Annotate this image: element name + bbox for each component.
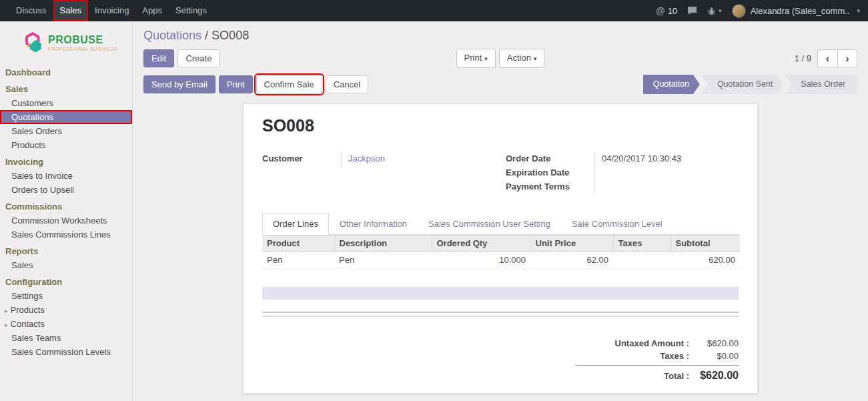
statusbar: Quotation Quotation Sent Sales Order [643, 75, 857, 94]
top-menu: Discuss Sales Invoicing Apps Settings [0, 0, 213, 21]
payment-terms-value [594, 180, 739, 194]
total-value: $620.00 [689, 370, 739, 382]
main-area: PROBUSE PROFESSIONAL BUSINESS Dashboard … [0, 21, 868, 401]
caret-down-icon: ▾ [484, 55, 488, 62]
separator-line [262, 312, 739, 313]
breadcrumb-current: SO008 [211, 29, 249, 42]
topbar-systray: @ 10 ▾ Alexandra (Sales_comm.. ▾ [656, 0, 868, 21]
pager-previous-button[interactable]: ‹ [817, 49, 837, 67]
edit-button[interactable]: Edit [143, 49, 174, 67]
sidebar-heading-sales[interactable]: Sales [0, 79, 132, 96]
sidebar-heading-dashboard[interactable]: Dashboard [0, 63, 132, 79]
control-panel-left: Edit Create [143, 49, 456, 67]
print-dropdown[interactable]: Print▾ [456, 49, 496, 68]
sidebar-item-label: Products [11, 305, 45, 315]
document-title: SO008 [262, 116, 739, 135]
taxes-value: $0.00 [689, 351, 739, 361]
sidebar-heading-configuration[interactable]: Configuration [0, 272, 132, 289]
sidebar: PROBUSE PROFESSIONAL BUSINESS Dashboard … [0, 21, 133, 401]
bug-icon [707, 7, 716, 15]
control-panel-center: Print▾ Action▾ [456, 49, 545, 68]
sidebar-item-sales-teams[interactable]: Sales Teams [0, 331, 132, 345]
control-panel: Edit Create Print▾ Action▾ 1 / 9 ‹ › [143, 49, 857, 68]
messages-icon[interactable] [687, 6, 697, 15]
menu-sales[interactable]: Sales [53, 0, 89, 21]
tab-sales-commission-user-setting[interactable]: Sales Commission User Setting [418, 213, 561, 235]
sidebar-heading-commissions[interactable]: Commissions [0, 197, 132, 214]
action-dropdown[interactable]: Action▾ [499, 49, 545, 68]
menu-apps[interactable]: Apps [135, 0, 169, 21]
cell-taxes [613, 252, 671, 269]
print-button[interactable]: Print [219, 75, 253, 93]
chevron-right-icon: ▸ [5, 322, 8, 328]
notebook-tabs: Order Lines Other Information Sales Comm… [262, 213, 739, 235]
untaxed-amount-value: $620.00 [689, 338, 739, 348]
app-window: Discuss Sales Invoicing Apps Settings @ … [0, 0, 868, 401]
menu-discuss[interactable]: Discuss [9, 0, 53, 21]
tab-order-lines[interactable]: Order Lines [262, 213, 329, 235]
create-button[interactable]: Create [177, 49, 220, 67]
cell-unit-price: 62.00 [530, 252, 613, 269]
sidebar-item-settings[interactable]: Settings [0, 289, 132, 303]
sidebar-nav: Dashboard Sales Customers Quotations Sal… [0, 63, 132, 359]
pager: ‹ › [817, 49, 857, 67]
probuse-logo[interactable]: PROBUSE PROFESSIONAL BUSINESS [0, 21, 132, 63]
user-menu[interactable]: Alexandra (Sales_comm.. ▾ [732, 4, 860, 18]
taxes-label: Taxes : [660, 351, 689, 361]
content-area: Quotations / SO008 Edit Create Print▾ Ac… [133, 21, 868, 401]
col-ordered-qty: Ordered Qty [432, 236, 530, 252]
control-panel-right: 1 / 9 ‹ › [544, 49, 857, 67]
sidebar-heading-invoicing[interactable]: Invoicing [0, 152, 132, 169]
cell-ordered-qty: 10.000 [432, 252, 530, 269]
sidebar-item-commission-worksheets[interactable]: Commission Worksheets [0, 214, 132, 228]
sidebar-item-sales-commissions-lines[interactable]: Sales Commissions Lines [0, 228, 132, 242]
tab-other-information[interactable]: Other Information [329, 213, 418, 235]
sidebar-item-products[interactable]: Products [0, 138, 132, 152]
pager-next-button[interactable]: › [837, 49, 857, 67]
breadcrumb-quotations[interactable]: Quotations [143, 29, 201, 42]
send-by-email-button[interactable]: Send by Email [143, 75, 215, 93]
sidebar-item-sales-commission-levels[interactable]: Sales Commission Levels [0, 345, 132, 359]
breadcrumb: Quotations / SO008 [143, 21, 857, 43]
chevron-right-icon: ▸ [5, 308, 8, 314]
probuse-logo-text: PROBUSE PROFESSIONAL BUSINESS [48, 35, 117, 51]
logo-subtitle: PROFESSIONAL BUSINESS [48, 47, 117, 51]
field-group-right: Order Date 04/20/2017 10:30:43 Expiratio… [506, 152, 739, 194]
status-quotation-sent[interactable]: Quotation Sent [701, 75, 783, 94]
sidebar-item-config-contacts[interactable]: ▸Contacts [0, 317, 132, 331]
separator-line [262, 316, 739, 317]
expiration-date-value [594, 166, 739, 180]
sidebar-item-orders-to-upsell[interactable]: Orders to Upsell [0, 183, 132, 197]
cell-product: Pen [262, 252, 334, 269]
menu-settings[interactable]: Settings [169, 0, 213, 21]
sidebar-item-sales-orders[interactable]: Sales Orders [0, 124, 132, 138]
mention-counter[interactable]: @ 10 [656, 5, 677, 16]
confirm-sale-button[interactable]: Confirm Sale [256, 75, 322, 93]
sidebar-item-quotations[interactable]: Quotations [0, 110, 132, 124]
col-unit-price: Unit Price [530, 236, 613, 252]
field-groups: Customer Jackpson Order Date 04/20/2017 … [262, 152, 739, 194]
customer-value[interactable]: Jackpson [341, 152, 495, 166]
mention-at-icon: @ [656, 5, 665, 16]
caret-down-icon: ▾ [857, 7, 860, 14]
quotation-sheet: SO008 Customer Jackpson Order Date 04/20… [243, 103, 758, 394]
sidebar-heading-reports[interactable]: Reports [0, 242, 132, 258]
sidebar-item-sales-to-invoice[interactable]: Sales to Invoice [0, 169, 132, 183]
totals: Untaxed Amount : $620.00 Taxes : $0.00 T… [575, 337, 739, 383]
status-sales-order[interactable]: Sales Order [785, 75, 857, 94]
debug-menu[interactable]: ▾ [707, 7, 722, 15]
status-quotation[interactable]: Quotation [643, 75, 700, 94]
caret-down-icon: ▾ [719, 7, 722, 14]
logo-title: PROBUSE [48, 35, 117, 45]
chat-bubble-icon [687, 6, 697, 15]
taxes-row: Taxes : $0.00 [575, 350, 739, 362]
tab-sale-commission-level[interactable]: Sale Commission Level [561, 213, 673, 235]
col-description: Description [334, 236, 432, 252]
menu-invoicing[interactable]: Invoicing [88, 0, 135, 21]
order-line-row[interactable]: Pen Pen 10.000 62.00 620.00 [262, 252, 740, 269]
sidebar-item-customers[interactable]: Customers [0, 96, 132, 110]
sidebar-item-reports-sales[interactable]: Sales [0, 258, 132, 272]
cancel-button[interactable]: Cancel [326, 75, 368, 93]
order-date-value: 04/20/2017 10:30:43 [594, 152, 739, 166]
sidebar-item-config-products[interactable]: ▸Products [0, 303, 132, 317]
